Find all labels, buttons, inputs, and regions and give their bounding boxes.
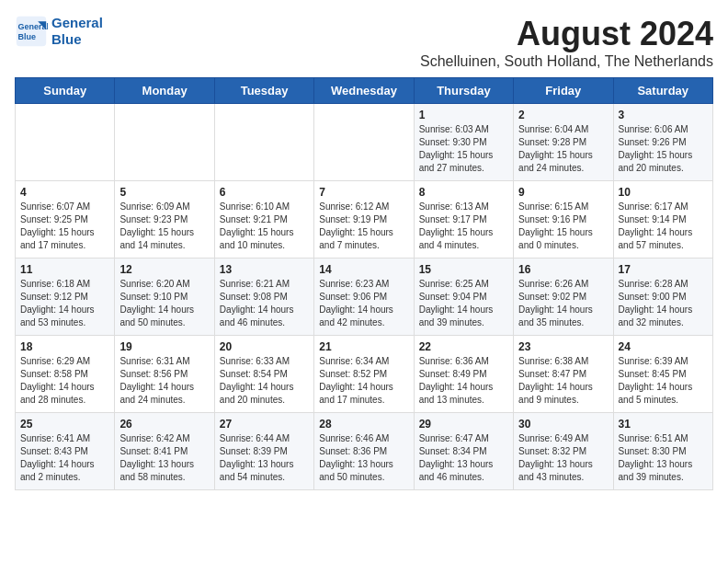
- day-number: 21: [319, 340, 408, 353]
- calendar-cell: 24Sunrise: 6:39 AM Sunset: 8:45 PM Dayli…: [613, 336, 712, 413]
- calendar-cell: 3Sunrise: 6:06 AM Sunset: 9:26 PM Daylig…: [613, 104, 712, 181]
- week-row-1: 1Sunrise: 6:03 AM Sunset: 9:30 PM Daylig…: [16, 104, 713, 181]
- day-content: Sunrise: 6:49 AM Sunset: 8:32 PM Dayligh…: [518, 432, 608, 484]
- day-number: 25: [20, 418, 109, 431]
- day-number: 24: [619, 340, 708, 353]
- day-content: Sunrise: 6:42 AM Sunset: 8:41 PM Dayligh…: [119, 432, 209, 484]
- day-number: 16: [518, 263, 608, 276]
- calendar-cell: [115, 104, 214, 181]
- calendar-cell: 29Sunrise: 6:47 AM Sunset: 8:34 PM Dayli…: [414, 413, 513, 490]
- day-header-friday: Friday: [514, 78, 613, 104]
- day-content: Sunrise: 6:36 AM Sunset: 8:49 PM Dayligh…: [419, 355, 508, 407]
- day-header-tuesday: Tuesday: [214, 78, 313, 104]
- calendar-header: SundayMondayTuesdayWednesdayThursdayFrid…: [16, 78, 713, 104]
- day-number: 9: [518, 186, 608, 199]
- calendar-cell: 19Sunrise: 6:31 AM Sunset: 8:56 PM Dayli…: [115, 336, 214, 413]
- day-number: 8: [419, 186, 508, 199]
- calendar-cell: 8Sunrise: 6:13 AM Sunset: 9:17 PM Daylig…: [414, 181, 513, 259]
- day-number: 27: [220, 418, 309, 431]
- day-content: Sunrise: 6:23 AM Sunset: 9:06 PM Dayligh…: [319, 278, 408, 329]
- day-number: 19: [119, 340, 209, 353]
- day-number: 11: [20, 263, 109, 276]
- day-content: Sunrise: 6:03 AM Sunset: 9:30 PM Dayligh…: [419, 123, 508, 175]
- location: Schelluinen, South Holland, The Netherla…: [420, 53, 713, 70]
- day-number: 1: [419, 109, 508, 121]
- day-number: 14: [319, 263, 408, 276]
- day-number: 20: [220, 340, 309, 353]
- month-year: August 2024: [420, 15, 713, 53]
- calendar-cell: 18Sunrise: 6:29 AM Sunset: 8:58 PM Dayli…: [16, 336, 115, 413]
- day-header-wednesday: Wednesday: [314, 78, 414, 104]
- day-number: 12: [119, 263, 209, 276]
- week-row-5: 25Sunrise: 6:41 AM Sunset: 8:43 PM Dayli…: [16, 413, 713, 490]
- day-content: Sunrise: 6:31 AM Sunset: 8:56 PM Dayligh…: [119, 355, 209, 407]
- calendar-cell: 28Sunrise: 6:46 AM Sunset: 8:36 PM Dayli…: [314, 413, 414, 490]
- calendar-cell: 7Sunrise: 6:12 AM Sunset: 9:19 PM Daylig…: [314, 181, 414, 259]
- calendar-cell: 25Sunrise: 6:41 AM Sunset: 8:43 PM Dayli…: [16, 413, 115, 490]
- calendar-cell: [214, 104, 313, 181]
- calendar-cell: 22Sunrise: 6:36 AM Sunset: 8:49 PM Dayli…: [414, 336, 513, 413]
- calendar-cell: [16, 104, 115, 181]
- header: General Blue General Blue August 2024 Sc…: [15, 15, 713, 70]
- day-number: 17: [619, 263, 708, 276]
- day-content: Sunrise: 6:15 AM Sunset: 9:16 PM Dayligh…: [518, 201, 608, 252]
- day-content: Sunrise: 6:13 AM Sunset: 9:17 PM Dayligh…: [419, 201, 508, 252]
- calendar-cell: 5Sunrise: 6:09 AM Sunset: 9:23 PM Daylig…: [115, 181, 214, 259]
- calendar-table: SundayMondayTuesdayWednesdayThursdayFrid…: [15, 77, 713, 490]
- day-number: 23: [518, 340, 608, 353]
- calendar-cell: 12Sunrise: 6:20 AM Sunset: 9:10 PM Dayli…: [115, 259, 214, 336]
- calendar-cell: 21Sunrise: 6:34 AM Sunset: 8:52 PM Dayli…: [314, 336, 414, 413]
- day-number: 15: [419, 263, 508, 276]
- day-number: 5: [119, 186, 209, 199]
- day-number: 30: [518, 418, 608, 431]
- day-number: 3: [619, 109, 708, 121]
- calendar-cell: 6Sunrise: 6:10 AM Sunset: 9:21 PM Daylig…: [214, 181, 313, 259]
- day-content: Sunrise: 6:33 AM Sunset: 8:54 PM Dayligh…: [220, 355, 309, 407]
- logo-icon: General Blue: [15, 15, 48, 48]
- calendar-cell: 10Sunrise: 6:17 AM Sunset: 9:14 PM Dayli…: [613, 181, 712, 259]
- day-header-saturday: Saturday: [613, 78, 712, 104]
- calendar-cell: 31Sunrise: 6:51 AM Sunset: 8:30 PM Dayli…: [613, 413, 712, 490]
- week-row-3: 11Sunrise: 6:18 AM Sunset: 9:12 PM Dayli…: [16, 259, 713, 336]
- day-content: Sunrise: 6:17 AM Sunset: 9:14 PM Dayligh…: [619, 201, 708, 252]
- day-number: 18: [20, 340, 109, 353]
- day-content: Sunrise: 6:38 AM Sunset: 8:47 PM Dayligh…: [518, 355, 608, 407]
- calendar-cell: 1Sunrise: 6:03 AM Sunset: 9:30 PM Daylig…: [414, 104, 513, 181]
- day-number: 7: [319, 186, 408, 199]
- day-content: Sunrise: 6:10 AM Sunset: 9:21 PM Dayligh…: [220, 201, 309, 252]
- svg-text:Blue: Blue: [18, 32, 37, 41]
- calendar-cell: 4Sunrise: 6:07 AM Sunset: 9:25 PM Daylig…: [16, 181, 115, 259]
- logo: General Blue General Blue: [15, 15, 103, 48]
- day-content: Sunrise: 6:09 AM Sunset: 9:23 PM Dayligh…: [119, 201, 209, 252]
- calendar-cell: 17Sunrise: 6:28 AM Sunset: 9:00 PM Dayli…: [613, 259, 712, 336]
- day-content: Sunrise: 6:34 AM Sunset: 8:52 PM Dayligh…: [319, 355, 408, 407]
- calendar-cell: 15Sunrise: 6:25 AM Sunset: 9:04 PM Dayli…: [414, 259, 513, 336]
- day-content: Sunrise: 6:06 AM Sunset: 9:26 PM Dayligh…: [619, 123, 708, 175]
- week-row-2: 4Sunrise: 6:07 AM Sunset: 9:25 PM Daylig…: [16, 181, 713, 259]
- title-block: August 2024 Schelluinen, South Holland, …: [420, 15, 713, 70]
- day-content: Sunrise: 6:21 AM Sunset: 9:08 PM Dayligh…: [220, 278, 309, 329]
- day-content: Sunrise: 6:25 AM Sunset: 9:04 PM Dayligh…: [419, 278, 508, 329]
- day-content: Sunrise: 6:51 AM Sunset: 8:30 PM Dayligh…: [619, 432, 708, 484]
- day-number: 4: [20, 186, 109, 199]
- day-content: Sunrise: 6:39 AM Sunset: 8:45 PM Dayligh…: [619, 355, 708, 407]
- logo-text: General Blue: [51, 15, 103, 48]
- calendar-cell: 23Sunrise: 6:38 AM Sunset: 8:47 PM Dayli…: [514, 336, 613, 413]
- day-content: Sunrise: 6:26 AM Sunset: 9:02 PM Dayligh…: [518, 278, 608, 329]
- day-number: 2: [518, 109, 608, 121]
- day-number: 6: [220, 186, 309, 199]
- calendar-cell: 16Sunrise: 6:26 AM Sunset: 9:02 PM Dayli…: [514, 259, 613, 336]
- calendar-cell: 14Sunrise: 6:23 AM Sunset: 9:06 PM Dayli…: [314, 259, 414, 336]
- calendar-cell: 20Sunrise: 6:33 AM Sunset: 8:54 PM Dayli…: [214, 336, 313, 413]
- calendar-cell: 2Sunrise: 6:04 AM Sunset: 9:28 PM Daylig…: [514, 104, 613, 181]
- day-content: Sunrise: 6:20 AM Sunset: 9:10 PM Dayligh…: [119, 278, 209, 329]
- day-number: 26: [119, 418, 209, 431]
- day-number: 13: [220, 263, 309, 276]
- day-content: Sunrise: 6:04 AM Sunset: 9:28 PM Dayligh…: [518, 123, 608, 175]
- day-content: Sunrise: 6:46 AM Sunset: 8:36 PM Dayligh…: [319, 432, 408, 484]
- calendar-cell: 9Sunrise: 6:15 AM Sunset: 9:16 PM Daylig…: [514, 181, 613, 259]
- calendar-cell: 13Sunrise: 6:21 AM Sunset: 9:08 PM Dayli…: [214, 259, 313, 336]
- calendar-cell: 26Sunrise: 6:42 AM Sunset: 8:41 PM Dayli…: [115, 413, 214, 490]
- day-content: Sunrise: 6:47 AM Sunset: 8:34 PM Dayligh…: [419, 432, 508, 484]
- day-number: 29: [419, 418, 508, 431]
